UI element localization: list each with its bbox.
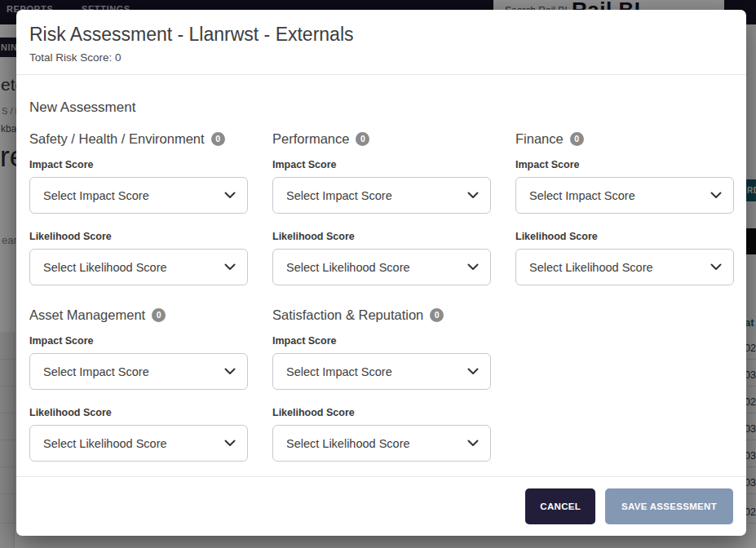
category-score-badge: 0 (570, 132, 584, 146)
save-assessment-button[interactable]: SAVE ASSESSMENT (605, 488, 733, 524)
likelihood-score-select-value: Select Likelihood Score (286, 261, 410, 274)
likelihood-score-select[interactable]: Select Likelihood Score (272, 249, 491, 285)
likelihood-score-label: Likelihood Score (29, 407, 248, 418)
likelihood-score-select[interactable]: Select Likelihood Score (29, 249, 248, 285)
likelihood-score-select[interactable]: Select Likelihood Score (515, 249, 734, 285)
impact-score-select[interactable]: Select Impact Score (29, 353, 248, 390)
chevron-down-icon (710, 263, 722, 271)
likelihood-score-select-value: Select Likelihood Score (529, 261, 653, 274)
modal-title: Risk Assessment - Llanrwst - Externals (29, 24, 733, 46)
impact-score-select-value: Select Impact Score (43, 189, 149, 202)
cancel-button[interactable]: CANCEL (525, 488, 595, 524)
category-heading: Finance 0 (515, 130, 734, 147)
risk-category-card: Performance 0 Impact Score Select Impact… (272, 130, 491, 285)
category-name: Performance (272, 131, 349, 147)
category-heading: Performance 0 (272, 130, 491, 147)
likelihood-score-select[interactable]: Select Likelihood Score (29, 425, 248, 462)
chevron-down-icon (224, 263, 236, 271)
category-name: Safety / Health / Environment (29, 131, 205, 147)
risk-category-card: Finance 0 Impact Score Select Impact Sco… (515, 130, 734, 285)
chevron-down-icon (467, 263, 479, 271)
category-score-badge: 0 (152, 308, 166, 322)
likelihood-score-select-value: Select Likelihood Score (43, 437, 167, 450)
likelihood-score-select-value: Select Likelihood Score (43, 261, 167, 274)
chevron-down-icon (467, 368, 479, 375)
impact-score-label: Impact Score (272, 159, 491, 170)
impact-score-label: Impact Score (272, 335, 491, 347)
category-name: Asset Management (29, 307, 145, 323)
chevron-down-icon (224, 368, 236, 375)
impact-score-select-value: Select Impact Score (43, 365, 149, 378)
impact-score-label: Impact Score (29, 335, 248, 347)
chevron-down-icon (224, 440, 236, 447)
modal-body: New Assessment Safety / Health / Environ… (16, 75, 746, 476)
impact-score-select[interactable]: Select Impact Score (29, 177, 248, 214)
category-name: Finance (515, 131, 564, 147)
impact-score-select[interactable]: Select Impact Score (272, 177, 491, 214)
impact-score-label: Impact Score (29, 159, 248, 170)
category-score-badge: 0 (356, 132, 369, 146)
category-score-badge: 0 (430, 308, 444, 322)
category-grid: Safety / Health / Environment 0 Impact S… (29, 130, 733, 462)
likelihood-score-label: Likelihood Score (515, 231, 734, 242)
risk-category-card: Satisfaction & Reputation 0 Impact Score… (272, 307, 491, 462)
likelihood-score-select[interactable]: Select Likelihood Score (272, 425, 491, 462)
new-assessment-heading: New Assessment (29, 99, 733, 116)
chevron-down-icon (467, 440, 479, 447)
impact-score-select-value: Select Impact Score (286, 189, 392, 202)
likelihood-score-select-value: Select Likelihood Score (286, 437, 410, 450)
total-risk-score: Total Risk Score: 0 (29, 51, 733, 64)
chevron-down-icon (224, 192, 236, 199)
chevron-down-icon (467, 192, 479, 199)
risk-category-card: Asset Management 0 Impact Score Select I… (29, 307, 248, 462)
modal-header: Risk Assessment - Llanrwst - Externals T… (16, 10, 746, 75)
category-heading: Safety / Health / Environment 0 (29, 130, 248, 147)
category-heading: Asset Management 0 (29, 307, 248, 323)
chevron-down-icon (710, 192, 722, 199)
impact-score-label: Impact Score (515, 159, 734, 170)
impact-score-select-value: Select Impact Score (529, 189, 635, 202)
likelihood-score-label: Likelihood Score (272, 231, 491, 242)
likelihood-score-label: Likelihood Score (272, 407, 491, 418)
category-heading: Satisfaction & Reputation 0 (272, 307, 491, 323)
impact-score-select[interactable]: Select Impact Score (272, 353, 491, 390)
modal-footer: CANCEL SAVE ASSESSMENT (16, 476, 746, 536)
impact-score-select-value: Select Impact Score (286, 365, 392, 378)
likelihood-score-label: Likelihood Score (29, 231, 248, 242)
category-score-badge: 0 (211, 132, 225, 146)
risk-assessment-modal: Risk Assessment - Llanrwst - Externals T… (16, 10, 746, 536)
impact-score-select[interactable]: Select Impact Score (515, 177, 734, 214)
category-name: Satisfaction & Reputation (272, 307, 423, 323)
risk-category-card: Safety / Health / Environment 0 Impact S… (29, 130, 248, 285)
